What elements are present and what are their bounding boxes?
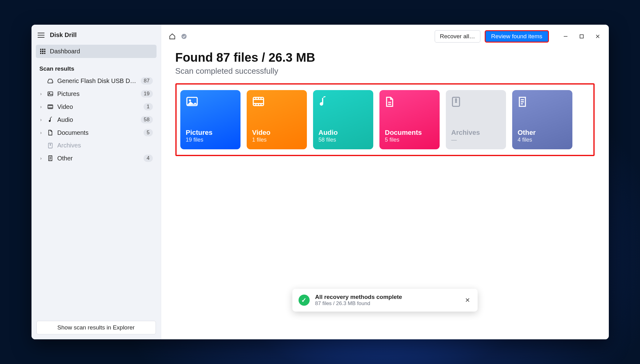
success-check-icon: ✓ (299, 295, 310, 306)
minimize-button[interactable] (562, 33, 569, 40)
card-title: Video (252, 129, 301, 137)
other-icon (47, 155, 54, 161)
tree-label: Pictures (57, 90, 137, 97)
video-icon (252, 96, 301, 109)
tree-row-pictures[interactable]: › Pictures 19 (36, 88, 157, 100)
audio-icon (319, 96, 368, 109)
chevron-icon: › (39, 117, 43, 122)
picture-icon (47, 91, 54, 96)
close-button[interactable] (594, 33, 601, 40)
card-title: Other (518, 129, 567, 137)
svg-rect-7 (580, 35, 583, 38)
card-video[interactable]: Video 1 files (247, 90, 307, 149)
card-sub: — (451, 137, 500, 143)
toast-text: All recovery methods complete 87 files /… (315, 294, 458, 307)
document-icon (385, 96, 434, 109)
maximize-button[interactable] (578, 33, 585, 40)
card-audio[interactable]: Audio 58 files (313, 90, 373, 149)
results-subhead: Scan completed successfully (175, 66, 595, 76)
chevron-icon: › (39, 104, 43, 109)
count-badge: 1 (144, 103, 153, 110)
tree-label: Documents (57, 129, 140, 136)
category-cards: Pictures 19 files Video 1 files (175, 83, 595, 156)
count-badge: 87 (141, 77, 153, 85)
tree-row-documents[interactable]: › Documents 5 (36, 126, 157, 139)
chevron-icon: › (39, 156, 43, 161)
scan-results-tree: › Generic Flash Disk USB D… 87 › Picture… (31, 75, 161, 164)
tree-label: Video (57, 103, 140, 110)
card-archives: Archives — (446, 90, 506, 149)
sidebar-footer: Show scan results in Explorer (31, 316, 161, 339)
card-sub: 4 files (518, 137, 567, 143)
card-documents[interactable]: Documents 5 files (379, 90, 440, 149)
picture-icon (186, 96, 235, 109)
app-window: Disk Drill Dashboard Scan results › Gene… (31, 25, 609, 339)
tree-row-other[interactable]: › Other 4 (36, 152, 157, 164)
toast-title: All recovery methods complete (315, 294, 458, 300)
tree-row-archives: › Archives (36, 139, 157, 151)
completion-toast: ✓ All recovery methods complete 87 files… (292, 289, 478, 312)
nav-dashboard[interactable]: Dashboard (36, 45, 157, 58)
svg-rect-1 (48, 92, 53, 96)
card-sub: 5 files (385, 137, 434, 143)
tree-label: Other (57, 155, 140, 162)
tree-label: Archives (57, 142, 153, 149)
archive-icon (47, 143, 54, 149)
audio-icon (47, 117, 54, 123)
count-badge: 4 (144, 155, 153, 162)
content: Found 87 files / 26.3 MB Scan completed … (161, 46, 609, 339)
card-other[interactable]: Other 4 files (512, 90, 572, 149)
count-badge: 5 (144, 129, 153, 136)
chevron-icon: › (39, 91, 43, 96)
card-sub: 58 files (319, 137, 368, 143)
svg-point-5 (181, 34, 186, 39)
toolbar: Recover all… Review found items (161, 25, 609, 46)
count-badge: 19 (141, 90, 153, 97)
card-title: Pictures (186, 129, 235, 137)
toast-close-button[interactable]: ✕ (464, 295, 471, 305)
card-title: Archives (451, 129, 500, 137)
card-sub: 19 files (186, 137, 235, 143)
card-title: Documents (385, 129, 434, 137)
app-title: Disk Drill (50, 31, 77, 39)
results-headline: Found 87 files / 26.3 MB (175, 51, 595, 64)
nav-dashboard-label: Dashboard (50, 48, 80, 55)
nav: Dashboard (31, 43, 161, 60)
window-controls (562, 33, 601, 40)
hamburger-icon[interactable] (38, 33, 44, 38)
document-icon (47, 130, 54, 136)
drive-icon (47, 78, 54, 83)
card-sub: 1 files (252, 137, 301, 143)
tree-label: Audio (57, 116, 137, 123)
review-found-items-button[interactable]: Review found items (485, 30, 549, 43)
check-badge-icon[interactable] (180, 33, 188, 40)
sidebar-header: Disk Drill (31, 25, 161, 43)
archive-icon (451, 96, 500, 109)
svg-point-0 (52, 82, 52, 82)
other-icon (518, 96, 567, 109)
toast-sub: 87 files / 26.3 MB found (315, 300, 458, 307)
svg-point-9 (189, 99, 191, 101)
sidebar-section-label: Scan results (31, 60, 161, 75)
tree-row-video[interactable]: › Video 1 (36, 101, 157, 113)
sidebar: Disk Drill Dashboard Scan results › Gene… (31, 25, 161, 339)
grid-icon (40, 49, 46, 54)
show-in-explorer-button[interactable]: Show scan results in Explorer (36, 321, 156, 334)
main-panel: Recover all… Review found items Found 87… (161, 25, 609, 339)
recover-all-button[interactable]: Recover all… (435, 30, 480, 43)
card-title: Audio (319, 129, 368, 137)
card-pictures[interactable]: Pictures 19 files (180, 90, 241, 149)
video-icon (47, 104, 54, 109)
tree-row-device[interactable]: › Generic Flash Disk USB D… 87 (36, 75, 157, 87)
tree-label: Generic Flash Disk USB D… (57, 77, 137, 85)
count-badge: 58 (141, 116, 153, 123)
home-icon[interactable] (169, 33, 176, 40)
chevron-icon: › (39, 130, 43, 135)
tree-row-audio[interactable]: › Audio 58 (36, 114, 157, 126)
